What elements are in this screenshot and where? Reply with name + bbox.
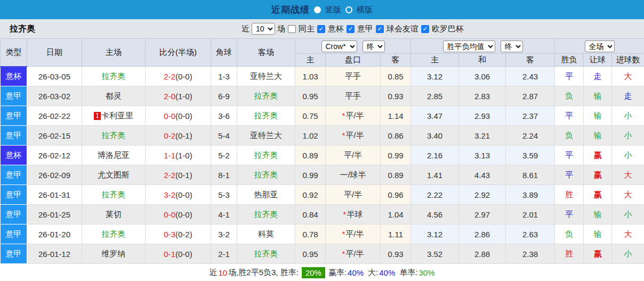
handicap-star: * [342, 249, 345, 258]
match-score: 3-2(0-0) [146, 185, 211, 205]
odds-home: 1.02 [295, 126, 326, 146]
result-outcome: 胜 [555, 185, 584, 205]
avg-draw: 2.97 [459, 205, 506, 224]
match-count-select[interactable]: 10 [252, 23, 275, 35]
away-team: 拉齐奥 [237, 244, 295, 264]
europa-checkbox-label[interactable]: 欧罗巴杯 [432, 24, 464, 34]
subheader-avg-home: 主 [411, 54, 459, 67]
avg-home: 3.12 [411, 67, 459, 86]
type-badge: 意甲 [1, 244, 27, 264]
table-row: 意杯26-03-05拉齐奥2-2(0-0)1-3亚特兰大1.03平手0.853.… [1, 67, 644, 86]
subheader-avg-away: 客 [506, 54, 555, 67]
match-score: 0-0(0-0) [146, 106, 211, 126]
scope-select[interactable]: 全场 [585, 41, 615, 52]
cup-checkbox[interactable]: ✓ [317, 25, 325, 33]
odds-away: 0.89 [381, 165, 411, 185]
match-date: 26-01-25 [27, 205, 82, 224]
avg-away: 2.01 [506, 205, 555, 224]
league-checkbox[interactable]: ✓ [347, 25, 355, 33]
same-home-label[interactable]: 同主 [299, 24, 315, 34]
home-team: 维罗纳 [82, 244, 146, 264]
filter-bar: 拉齐奥 近 10 场 同主 ✓ 意杯 ✓ 意甲 ✓ 球会友谊 ✓ 欧罗巴杯 [0, 19, 644, 38]
result-outcome: 平 [555, 146, 584, 165]
avg-time-select[interactable]: 终 [501, 41, 523, 52]
avg-mode-select[interactable]: 胜平负均值 [443, 41, 495, 52]
vertical-radio-label[interactable]: 竖版 [325, 5, 341, 15]
odds-group-header: Crow* 终 [295, 39, 411, 54]
odds-away: 0.99 [381, 146, 411, 165]
odds-home: 0.99 [295, 165, 326, 185]
league-checkbox-label[interactable]: 意甲 [357, 24, 373, 34]
result-outcome: 平 [555, 205, 584, 224]
corner-score: 8-1 [211, 165, 237, 185]
corner-score: 1-3 [211, 67, 237, 86]
results-table: 类型 日期 主场 比分(半场) 角球 客场 Crow* 终 胜平负均值 终 全场 [0, 38, 644, 264]
vertical-radio[interactable] [314, 6, 321, 13]
avg-home: 3.40 [411, 126, 459, 146]
header-type[interactable]: 类型 [1, 39, 27, 67]
odds-company-select[interactable]: Crow* [321, 41, 357, 52]
cup-checkbox-label[interactable]: 意杯 [328, 24, 344, 34]
match-date: 26-01-31 [27, 185, 82, 205]
corner-score: 3-6 [211, 106, 237, 126]
results-tbody: 意杯26-03-05拉齐奥2-2(0-0)1-3亚特兰大1.03平手0.853.… [1, 67, 644, 264]
letball-outcome: 输 [584, 224, 612, 244]
avg-draw: 4.43 [459, 165, 506, 185]
avg-home: 3.52 [411, 244, 459, 264]
avg-draw: 3.06 [459, 67, 506, 86]
type-badge: 意甲 [1, 165, 27, 185]
odds-home: 0.84 [295, 205, 326, 224]
summary-prefix: 近 [209, 268, 217, 278]
match-date: 26-03-05 [27, 67, 82, 86]
match-score: 0-3(0-2) [146, 224, 211, 244]
goals-outcome: 小 [612, 205, 644, 224]
horizontal-radio-label[interactable]: 横版 [357, 5, 373, 15]
letball-outcome: 输 [584, 126, 612, 146]
horizontal-radio[interactable] [345, 6, 352, 13]
letball-outcome: 赢 [584, 146, 612, 165]
type-badge: 意甲 [1, 185, 27, 205]
win-rate-badge: 20% [302, 267, 325, 278]
corner-score: 2-1 [211, 244, 237, 264]
type-badge: 意杯 [1, 146, 27, 165]
friendly-checkbox-label[interactable]: 球会友谊 [387, 24, 418, 34]
home-team: 莱切 [82, 205, 146, 224]
europa-checkbox[interactable]: ✓ [421, 25, 429, 33]
header-corner[interactable]: 角球 [211, 39, 237, 67]
table-row: 意甲26-02-09尤文图斯2-2(0-1)8-1拉齐奥0.99一/球半0.89… [1, 165, 644, 185]
header-date[interactable]: 日期 [27, 39, 82, 67]
type-badge: 意甲 [1, 224, 27, 244]
type-badge: 意甲 [1, 106, 27, 126]
avg-home: 2.22 [411, 185, 459, 205]
match-score: 0-1(0-0) [146, 244, 211, 264]
away-team: 拉齐奥 [237, 106, 295, 126]
away-team: 科莫 [237, 224, 295, 244]
match-date: 26-01-12 [27, 244, 82, 264]
home-team: 拉齐奥 [82, 224, 146, 244]
single-value: 30% [418, 268, 434, 277]
table-row: 意甲26-01-20拉齐奥0-3(0-2)3-2科莫0.78*平/半1.113.… [1, 224, 644, 244]
avg-away: 2.24 [506, 126, 555, 146]
letball-outcome: 赢 [584, 165, 612, 185]
match-score: 1-1(1-0) [146, 146, 211, 165]
header-score[interactable]: 比分(半场) [146, 39, 211, 67]
avg-draw: 2.93 [459, 106, 506, 126]
avg-away: 2.37 [506, 106, 555, 126]
header-home[interactable]: 主场 [82, 39, 146, 67]
odds-time-select[interactable]: 终 [363, 41, 385, 52]
top-bar: 近期战绩 竖版 横版 [0, 0, 644, 19]
letball-outcome: 输 [584, 86, 612, 106]
header-away[interactable]: 客场 [237, 39, 295, 67]
avg-away: 2.63 [506, 224, 555, 244]
friendly-checkbox[interactable]: ✓ [376, 25, 384, 33]
corner-score: 3-2 [211, 224, 237, 244]
same-home-checkbox[interactable] [288, 25, 296, 33]
table-row: 意甲26-03-02都灵2-0(1-0)6-9拉齐奥0.95平手0.932.85… [1, 86, 644, 106]
odds-away: 0.93 [381, 244, 411, 264]
corner-score: 5-4 [211, 126, 237, 146]
handicap-star: * [342, 229, 345, 238]
result-outcome: 平 [555, 67, 584, 86]
letball-outcome: 输 [584, 106, 612, 126]
avg-draw: 2.92 [459, 185, 506, 205]
corner-score: 5-2 [211, 146, 237, 165]
